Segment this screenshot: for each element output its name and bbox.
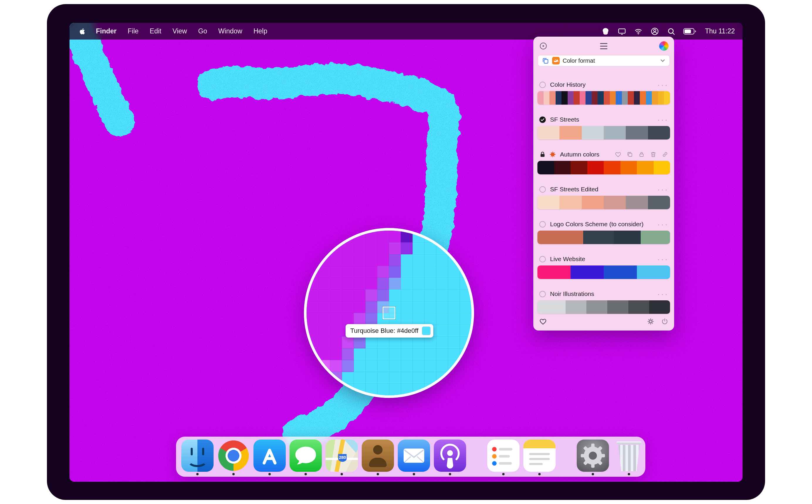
menu-icon[interactable] xyxy=(600,43,607,49)
color-swatch[interactable] xyxy=(604,161,621,174)
color-swatch[interactable] xyxy=(626,196,648,209)
color-swatch[interactable] xyxy=(537,265,570,279)
link-icon[interactable] xyxy=(662,151,669,158)
color-swatch[interactable] xyxy=(629,300,649,314)
color-swatch[interactable] xyxy=(637,161,654,174)
menu-view[interactable]: View xyxy=(167,27,192,35)
color-swatch[interactable] xyxy=(585,91,592,105)
color-swatch[interactable] xyxy=(604,265,637,279)
menu-finder[interactable]: Finder xyxy=(90,27,122,35)
color-swatch[interactable] xyxy=(586,300,607,314)
color-swatch[interactable] xyxy=(570,265,604,279)
more-options-button[interactable]: ··· xyxy=(657,117,669,122)
dock-maps[interactable]: 280 xyxy=(326,440,358,475)
menu-window[interactable]: Window xyxy=(213,27,248,35)
display-icon[interactable] xyxy=(618,27,626,36)
color-swatch[interactable] xyxy=(604,196,626,209)
favorites-heart-icon[interactable] xyxy=(539,317,547,326)
color-swatch[interactable] xyxy=(537,196,559,209)
color-swatch[interactable] xyxy=(537,91,543,105)
color-swatch[interactable] xyxy=(646,91,652,105)
color-swatch[interactable] xyxy=(582,126,604,139)
dock-trash[interactable] xyxy=(613,440,645,475)
dock-notes[interactable] xyxy=(523,440,555,475)
color-swatch[interactable] xyxy=(654,161,670,174)
menu-bar-clock[interactable]: Thu 11:22 xyxy=(705,27,735,35)
color-swatch[interactable] xyxy=(568,91,574,105)
menu-help[interactable]: Help xyxy=(248,27,273,35)
checkbox-circle-icon[interactable] xyxy=(539,221,546,228)
color-swatch[interactable] xyxy=(537,231,583,244)
trash-icon[interactable] xyxy=(650,151,657,158)
color-swatch[interactable] xyxy=(640,91,646,105)
color-swatch[interactable] xyxy=(637,265,670,279)
checkbox-circle-icon[interactable] xyxy=(539,256,546,263)
copy-icon[interactable] xyxy=(541,57,549,64)
more-options-button[interactable]: ··· xyxy=(657,187,669,192)
menu-file[interactable]: File xyxy=(122,27,144,35)
color-swatch[interactable] xyxy=(607,300,628,314)
menu-go[interactable]: Go xyxy=(192,27,213,35)
color-swatch[interactable] xyxy=(573,91,580,105)
color-swatch[interactable] xyxy=(604,91,610,105)
color-swatch[interactable] xyxy=(604,126,626,139)
dock-contacts[interactable] xyxy=(362,440,394,475)
color-swatch[interactable] xyxy=(583,231,614,244)
color-swatch[interactable] xyxy=(561,91,568,105)
apple-menu-icon[interactable] xyxy=(78,27,86,36)
color-swatch[interactable] xyxy=(648,196,670,209)
account-icon[interactable] xyxy=(650,27,659,36)
checkbox-circle-icon[interactable] xyxy=(539,186,546,193)
dock-reminders[interactable] xyxy=(487,440,519,475)
more-options-button[interactable]: ··· xyxy=(657,82,669,87)
color-swatch[interactable] xyxy=(664,91,670,105)
color-swatch[interactable] xyxy=(641,231,670,244)
dock-podcasts[interactable] xyxy=(434,440,466,475)
color-swatch[interactable] xyxy=(565,300,586,314)
dock-chrome[interactable] xyxy=(218,440,250,475)
color-swatch[interactable] xyxy=(626,126,648,139)
color-swatch[interactable] xyxy=(649,300,670,314)
color-swatch[interactable] xyxy=(537,126,559,139)
color-swatch[interactable] xyxy=(580,91,586,105)
dock-app-store[interactable] xyxy=(254,440,286,475)
paint-blob-icon[interactable] xyxy=(601,27,610,36)
checked-circle-icon[interactable] xyxy=(539,116,546,123)
color-swatch[interactable] xyxy=(554,161,571,174)
wifi-icon[interactable] xyxy=(634,27,643,36)
more-options-button[interactable]: ··· xyxy=(657,256,669,262)
color-swatch[interactable] xyxy=(559,126,581,139)
color-swatch[interactable] xyxy=(616,91,622,105)
color-swatch[interactable] xyxy=(587,161,604,174)
battery-icon[interactable] xyxy=(683,27,696,36)
color-swatch[interactable] xyxy=(570,161,587,174)
color-swatch[interactable] xyxy=(555,91,562,105)
checkbox-circle-icon[interactable] xyxy=(539,290,546,298)
color-swatch[interactable] xyxy=(582,196,604,209)
more-options-button[interactable]: ··· xyxy=(657,291,669,297)
color-swatch[interactable] xyxy=(634,91,640,105)
lock-icon[interactable] xyxy=(539,151,546,158)
color-swatch[interactable] xyxy=(597,91,604,105)
color-swatch[interactable] xyxy=(652,91,658,105)
color-wheel-icon[interactable] xyxy=(659,41,669,51)
color-swatch[interactable] xyxy=(621,161,637,174)
color-swatch[interactable] xyxy=(592,91,598,105)
color-swatch[interactable] xyxy=(614,231,641,244)
power-icon[interactable] xyxy=(661,318,669,325)
color-swatch[interactable] xyxy=(658,91,664,105)
more-options-button[interactable]: ··· xyxy=(657,222,669,227)
color-swatch[interactable] xyxy=(549,91,555,105)
dock-messages[interactable] xyxy=(290,440,322,475)
color-swatch[interactable] xyxy=(648,126,670,139)
color-swatch[interactable] xyxy=(610,91,616,105)
picker-target-icon[interactable] xyxy=(539,42,548,50)
color-swatch[interactable] xyxy=(537,300,565,314)
menu-edit[interactable]: Edit xyxy=(144,27,167,35)
heart-icon[interactable] xyxy=(615,151,622,158)
color-format-dropdown[interactable]: Color format xyxy=(538,55,670,66)
color-swatch[interactable] xyxy=(559,196,581,209)
dock-finder[interactable] xyxy=(181,440,214,475)
settings-gear-icon[interactable] xyxy=(647,318,655,325)
duplicate-icon[interactable] xyxy=(626,151,633,158)
